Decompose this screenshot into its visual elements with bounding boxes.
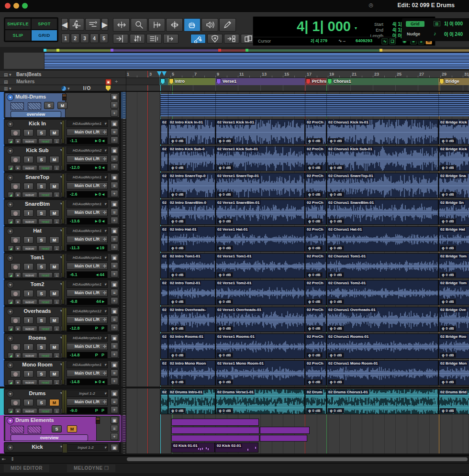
playlist-button[interactable]: ≡ (111, 155, 118, 162)
minimize-window-button[interactable] (13, 3, 19, 9)
output-selector[interactable]: Main Out L/R ⊹ (67, 236, 108, 243)
audio-clip[interactable]: 02 Intro Kick In-01 ɸ 0 dB (168, 119, 215, 144)
track-header[interactable]: ▼ Drums ▾ISM◢ ∗ wave read ⊥ ▪ Input 1-2 … (0, 388, 121, 415)
mute-button[interactable]: M (57, 102, 67, 109)
record-enable-button[interactable] (11, 317, 21, 324)
mute-button[interactable]: M (49, 263, 59, 270)
clip-gain-badge[interactable]: ɸ 0 dB (328, 245, 344, 251)
track-view-selector[interactable]: wave (22, 353, 37, 358)
output-selector[interactable]: Main Out L/R ⊹ (67, 129, 108, 136)
solo-button[interactable]: S (36, 263, 46, 270)
track-disclosure-icon[interactable]: ▼ (7, 335, 14, 342)
audio-clip[interactable]: 02 Verse1 SnareBtm-01 ɸ 0 dB (215, 199, 305, 225)
audio-clip[interactable]: 02 Drums Verse1-01 ɸ 0 dB (215, 389, 305, 414)
input-selector[interactable]: HDAudMcrphn1 ▾ (67, 254, 108, 261)
freeze-icon[interactable]: ∗ (15, 165, 21, 171)
nudge-note-icon[interactable]: ♪ (434, 31, 436, 36)
track-lane[interactable]: 02 I 02 Intro Tom1-01 ɸ 0 dB 02 Verse1 T… (126, 253, 469, 280)
audio-clip[interactable]: 02 Bridge Sna ɸ 0 dB (438, 173, 469, 198)
clip-gain-badge[interactable]: ɸ 0 dB (169, 165, 186, 170)
folder-midi-block[interactable] (171, 435, 259, 442)
track-options-button[interactable]: ▣ (111, 254, 118, 261)
input-selector[interactable]: HDAudMcrphn1 ▾ (67, 281, 108, 288)
close-window-button[interactable] (5, 3, 11, 9)
clip-gain-badge[interactable]: ɸ 0 dB (306, 408, 323, 413)
audio-clip[interactable]: 02 Drums Brid ɸ 0 dB (438, 389, 469, 414)
audio-clip[interactable]: 02 PreCh ɸ 0 dB (305, 119, 326, 144)
add-lane-button[interactable]: + (111, 433, 118, 440)
automation-mode-selector[interactable]: read (38, 379, 53, 385)
solo-button[interactable]: S (36, 156, 46, 163)
clip-gain-badge[interactable]: ɸ 0 dB (328, 272, 344, 277)
fader-icon[interactable]: ⊥ (54, 379, 60, 385)
track-view-selector[interactable]: wave (22, 299, 37, 305)
track-view-selector[interactable]: wave (22, 272, 37, 278)
record-enable-button[interactable] (11, 290, 21, 297)
track-disclosure-icon[interactable]: ▼ (7, 147, 14, 155)
automation-mode-selector[interactable]: read (38, 326, 53, 332)
track-disclosure-icon[interactable]: ▼ (7, 228, 14, 235)
fader-icon[interactable]: ⊥ (54, 192, 60, 198)
mute-button[interactable]: M (49, 210, 59, 217)
audio-clip[interactable]: 02 I (160, 226, 168, 252)
track-name[interactable]: SnareTop (14, 174, 60, 180)
audio-clip[interactable]: 02 I (160, 253, 168, 278)
mute-button[interactable]: M (49, 183, 59, 190)
audio-clip[interactable]: 02 I (160, 307, 168, 332)
audio-clip[interactable]: 02 PreCh ɸ 0 dB (305, 360, 326, 386)
volume-pan-display[interactable]: -6.1◂ 44 (67, 271, 108, 278)
input-selector[interactable]: HDAdMcrphn12 ▾ (67, 334, 108, 342)
add-lane-button[interactable]: + (111, 217, 118, 224)
track-options-button[interactable]: ▣ (111, 308, 118, 315)
input-monitor-button[interactable]: I (23, 370, 34, 377)
audio-clip[interactable]: 02 Verse1 Tom2-01 ɸ 0 dB (215, 280, 305, 305)
clip-gain-badge[interactable]: ɸ 0 dB (217, 408, 233, 413)
solo-button[interactable]: S (36, 370, 46, 377)
markers-ruler[interactable]: ▤ Markers ▣ + IntroVerse1PrChrsChorus1Br… (0, 78, 469, 85)
audio-clip[interactable]: 02 I (160, 146, 168, 171)
input-selector[interactable]: Input 1-2 ▾ (67, 390, 108, 397)
add-lane-button[interactable]: + (111, 297, 118, 304)
audio-clip[interactable]: 02 Intro Tom2-01 ɸ 0 dB (168, 280, 215, 305)
track-options-button[interactable]: ▣ (111, 93, 118, 100)
input-monitor-button[interactable]: I (23, 156, 34, 163)
audio-clip[interactable]: 02 Verse1 SnareTop-01 ɸ 0 dB (215, 173, 305, 198)
track-header[interactable]: ▼ Overheads ▾ISM◢ ∗ wave read ⊥ ▪ HDAdMc… (0, 306, 121, 333)
zoom-preset-1[interactable]: 1 (61, 33, 70, 43)
track-list-icon[interactable]: ▥ ▾ (4, 86, 11, 91)
audio-clip[interactable]: 02 Intro Overheads- ɸ 0 dB (168, 307, 215, 332)
main-counter[interactable]: 4| 1| 000 (260, 19, 351, 34)
clip-gain-badge[interactable]: ɸ 0 dB (328, 138, 344, 144)
elastic-audio-icon[interactable]: ◢ (8, 353, 14, 358)
playlist-button[interactable]: ≡ (111, 101, 118, 109)
volume-pan-display[interactable]: -11.3◂ 19 (67, 244, 108, 252)
grabber-tool[interactable] (184, 18, 201, 32)
track-lane[interactable]: 02 I 02 Intro Kick In-01 ɸ 0 dB 02 Verse… (126, 119, 469, 146)
clip-gain-badge[interactable]: ɸ 0 dB (306, 245, 323, 251)
solo-button[interactable]: S (36, 399, 46, 406)
marker-label[interactable]: Chorus1 (334, 79, 351, 84)
audio-clip[interactable]: 02 Intro SnareBtm-0 ɸ 0 dB (168, 199, 215, 225)
add-lane-button[interactable]: + (111, 270, 118, 277)
midi-clip[interactable]: 02 Kick 02-01 (215, 443, 258, 453)
zoom-preset-4[interactable]: 4 (90, 33, 99, 43)
audio-clip[interactable]: 02 I (160, 119, 168, 144)
track-lane[interactable]: 02 I 02 Intro Hat-01 ɸ 0 dB 02 Verse1 Ha… (126, 226, 469, 254)
input-selector[interactable]: HDAudMcrphn1 ▾ (67, 227, 108, 234)
clip-gain-badge[interactable]: ɸ 0 dB (306, 138, 323, 144)
audio-clip[interactable]: 02 Drums Intro-01 ɸ 0 dB (168, 389, 215, 414)
playlist-button[interactable]: ≡ (111, 343, 118, 350)
marker-label[interactable]: Intro (175, 79, 185, 84)
playlist-button[interactable]: ≡ (111, 316, 118, 323)
audio-clip[interactable]: 02 Bridge Roo ɸ 0 dB (438, 333, 469, 359)
clip-gain-badge[interactable]: ɸ 0 dB (217, 299, 233, 304)
audio-clip[interactable]: 02 PreCh ɸ 0 dB (305, 199, 326, 225)
track-header[interactable]: ▼ Hat ▾ISM◢ ∗ wave read ⊥ ▪ HDAudMcrphn1… (0, 226, 121, 253)
audio-clip[interactable]: 02 PreCh ɸ 0 dB (305, 146, 326, 171)
input-selector[interactable]: Input 1-2 ▾ (67, 444, 108, 451)
playlist-button[interactable]: ≡ (111, 209, 118, 216)
output-selector[interactable]: Main Out L/R ⊹ (67, 182, 108, 189)
audio-clip[interactable]: 02 Intro Hat-01 ɸ 0 dB (168, 226, 215, 252)
output-selector[interactable]: Main Out L/R ⊹ (67, 209, 108, 216)
scrubber-tool[interactable] (201, 18, 218, 32)
